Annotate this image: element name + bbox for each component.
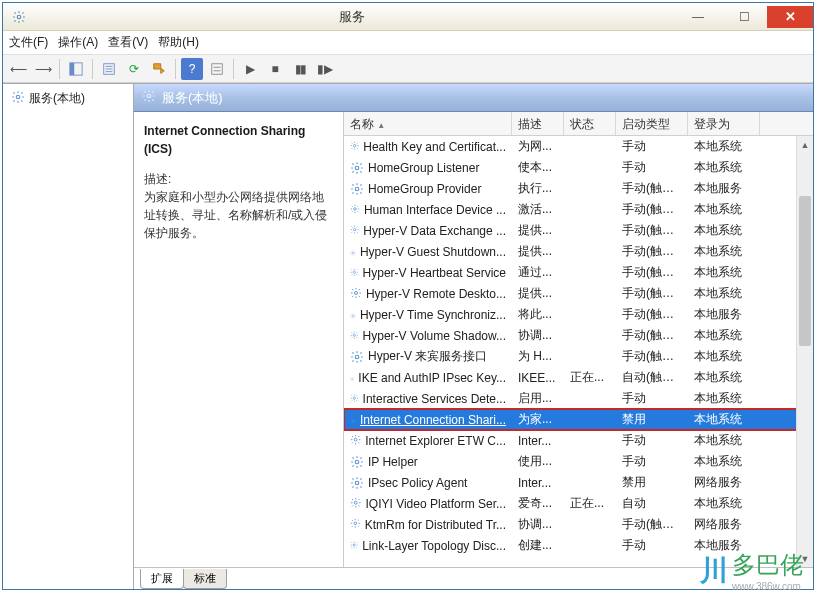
service-name: IKE and AuthIP IPsec Key... — [358, 371, 506, 385]
scroll-down-icon[interactable]: ▼ — [797, 550, 813, 567]
service-logon: 本地服务 — [688, 180, 760, 197]
svg-point-17 — [352, 252, 353, 253]
service-row[interactable]: IKE and AuthIP IPsec Key...IKEE...正在...自… — [344, 367, 813, 388]
service-row[interactable]: IP Helper使用...手动本地系统 — [344, 451, 813, 472]
service-row[interactable]: Hyper-V Remote Deskto...提供...手动(触发...本地系… — [344, 283, 813, 304]
service-start: 手动 — [616, 432, 688, 449]
gear-icon — [350, 518, 361, 532]
svg-point-31 — [353, 544, 355, 546]
service-logon: 本地系统 — [688, 390, 760, 407]
svg-point-10 — [16, 95, 20, 99]
menu-help[interactable]: 帮助(H) — [158, 34, 199, 51]
service-desc: Inter... — [512, 476, 564, 490]
menu-action[interactable]: 操作(A) — [58, 34, 98, 51]
service-desc: 提供... — [512, 285, 564, 302]
service-logon: 本地系统 — [688, 201, 760, 218]
gear-icon — [350, 329, 359, 343]
column-name[interactable]: 名称 ▲ — [344, 112, 512, 135]
service-start: 手动(触发... — [616, 327, 688, 344]
close-button[interactable]: ✕ — [767, 6, 813, 28]
service-start: 手动(触发... — [616, 180, 688, 197]
refresh-button[interactable]: ⟳ — [123, 58, 145, 80]
scroll-thumb[interactable] — [799, 196, 811, 346]
service-desc: 为家... — [512, 411, 564, 428]
service-row[interactable]: HomeGroup Provider执行...手动(触发...本地服务 — [344, 178, 813, 199]
tab-standard[interactable]: 标准 — [183, 569, 227, 589]
titlebar[interactable]: 服务 — ☐ ✕ — [3, 3, 813, 31]
svg-point-15 — [354, 207, 356, 209]
service-start: 自动 — [616, 495, 688, 512]
column-start[interactable]: 启动类型 — [616, 112, 688, 135]
gear-icon — [350, 182, 364, 196]
service-desc: 执行... — [512, 180, 564, 197]
service-name: Hyper-V Guest Shutdown... — [360, 245, 506, 259]
list-body[interactable]: Health Key and Certificat...为网...手动本地系统H… — [344, 136, 813, 567]
show-hide-tree-button[interactable] — [65, 58, 87, 80]
gear-icon — [350, 539, 358, 553]
back-button[interactable]: ⟵ — [7, 58, 29, 80]
service-desc: 使本... — [512, 159, 564, 176]
service-logon: 本地系统 — [688, 327, 760, 344]
properties-button[interactable] — [98, 58, 120, 80]
menubar: 文件(F) 操作(A) 查看(V) 帮助(H) — [3, 31, 813, 55]
pause-service-button[interactable]: ▮▮ — [289, 58, 311, 80]
column-desc[interactable]: 描述 — [512, 112, 564, 135]
service-name: Health Key and Certificat... — [363, 140, 506, 154]
service-row[interactable]: IPsec Policy AgentInter...禁用网络服务 — [344, 472, 813, 493]
props-button-2[interactable] — [206, 58, 228, 80]
svg-point-27 — [355, 460, 359, 464]
service-row[interactable]: Hyper-V Guest Shutdown...提供...手动(触发...本地… — [344, 241, 813, 262]
tree-pane[interactable]: 服务(本地) — [3, 84, 134, 589]
scroll-up-icon[interactable]: ▲ — [797, 136, 813, 153]
service-row[interactable]: Hyper-V 来宾服务接口为 H...手动(触发...本地系统 — [344, 346, 813, 367]
stop-service-button[interactable]: ■ — [264, 58, 286, 80]
vertical-scrollbar[interactable]: ▲ ▼ — [796, 136, 813, 567]
maximize-button[interactable]: ☐ — [721, 6, 767, 28]
service-row[interactable]: HomeGroup Listener使本...手动本地系统 — [344, 157, 813, 178]
gear-icon — [350, 497, 361, 511]
service-row[interactable]: Internet Connection Shari...为家...禁用本地系统 — [344, 409, 813, 430]
service-row[interactable]: Hyper-V Data Exchange ...提供...手动(触发...本地… — [344, 220, 813, 241]
service-logon: 网络服务 — [688, 474, 760, 491]
gear-icon — [350, 350, 364, 364]
service-row[interactable]: IQIYI Video Platform Ser...爱奇...正在...自动本… — [344, 493, 813, 514]
toolbar: ⟵ ⟶ ⟳ ? ▶ ■ ▮▮ ▮▶ — [3, 55, 813, 83]
service-row[interactable]: Link-Layer Topology Disc...创建...手动本地服务 — [344, 535, 813, 556]
forward-button[interactable]: ⟶ — [32, 58, 54, 80]
list-header: 名称 ▲ 描述 状态 启动类型 登录为 — [344, 112, 813, 136]
gear-icon — [350, 392, 359, 406]
service-logon: 本地系统 — [688, 243, 760, 260]
service-desc: 协调... — [512, 516, 564, 533]
restart-service-button[interactable]: ▮▶ — [314, 58, 336, 80]
service-desc: 为网... — [512, 138, 564, 155]
menu-file[interactable]: 文件(F) — [9, 34, 48, 51]
service-name: Hyper-V Time Synchroniz... — [360, 308, 506, 322]
service-row[interactable]: Internet Explorer ETW C...Inter...手动本地系统 — [344, 430, 813, 451]
service-start: 禁用 — [616, 411, 688, 428]
svg-point-21 — [353, 334, 355, 336]
minimize-button[interactable]: — — [675, 6, 721, 28]
export-button[interactable] — [148, 58, 170, 80]
start-service-button[interactable]: ▶ — [239, 58, 261, 80]
service-row[interactable]: Hyper-V Time Synchroniz...将此...手动(触发...本… — [344, 304, 813, 325]
service-start: 手动(触发... — [616, 243, 688, 260]
svg-point-24 — [353, 397, 355, 399]
help-button[interactable]: ? — [181, 58, 203, 80]
gear-icon — [350, 308, 356, 322]
tree-item-services[interactable]: 服务(本地) — [7, 88, 129, 109]
service-row[interactable]: Human Interface Device ...激活...手动(触发...本… — [344, 199, 813, 220]
tab-extended[interactable]: 扩展 — [140, 569, 184, 589]
service-state: 正在... — [564, 369, 616, 386]
separator — [92, 59, 93, 79]
column-state[interactable]: 状态 — [564, 112, 616, 135]
service-row[interactable]: Hyper-V Volume Shadow...协调...手动(触发...本地系… — [344, 325, 813, 346]
service-start: 手动(触发... — [616, 285, 688, 302]
menu-view[interactable]: 查看(V) — [108, 34, 148, 51]
service-row[interactable]: Interactive Services Dete...启用...手动本地系统 — [344, 388, 813, 409]
service-row[interactable]: Hyper-V Heartbeat Service通过...手动(触发...本地… — [344, 262, 813, 283]
column-logon[interactable]: 登录为 — [688, 112, 760, 135]
service-row[interactable]: Health Key and Certificat...为网...手动本地系统 — [344, 136, 813, 157]
gear-icon — [350, 266, 359, 280]
service-row[interactable]: KtmRm for Distributed Tr...协调...手动(触发...… — [344, 514, 813, 535]
service-name: Interactive Services Dete... — [363, 392, 506, 406]
